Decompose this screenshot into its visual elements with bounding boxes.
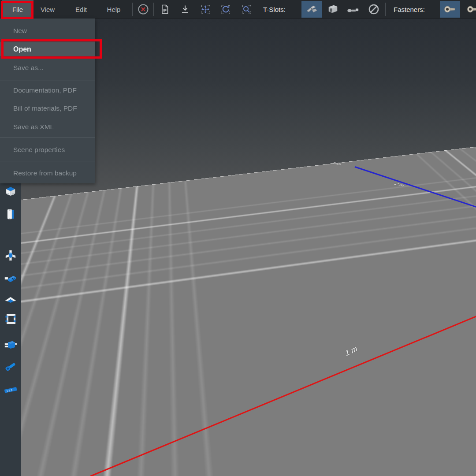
file-menu-scene-properties[interactable]: Scene properties [0,143,95,156]
corner-cube-icon [4,249,18,263]
rotate-view-button[interactable] [217,1,234,18]
cover-profile-icon [4,291,18,305]
button-head-screw-alt-icon [466,3,476,15]
fastener-screw-button[interactable] [440,1,460,18]
sidebar-tool-corner-cube[interactable] [4,249,18,263]
sidebar-tool-end-cap[interactable] [4,184,18,198]
cancel-button[interactable] [135,1,152,18]
bolt-icon [4,360,18,374]
zoom-icon [241,4,252,15]
menubar: File View Edit Help [0,0,476,19]
menu-file[interactable]: File [2,0,33,19]
toolbar-separator [385,3,386,16]
sidebar-tool-profile[interactable] [4,207,18,221]
menu-separator [0,138,95,138]
toolbar-separator [132,3,133,16]
sidebar-tool-multi-connector[interactable] [4,338,18,352]
tslot-slide-button[interactable] [343,1,363,18]
sidebar-tool-frame[interactable] [4,312,18,326]
file-menu-new[interactable]: New [0,24,95,38]
rotate-icon [220,4,231,15]
corner-bracket-part-icon [305,4,318,15]
document-icon [159,4,171,15]
pan-icon [200,4,211,15]
sidebar-tool-angle-bracket[interactable] [4,270,18,284]
file-menu-documentation-pdf[interactable]: Documentation, PDF [0,84,95,97]
angle-bracket-icon [4,270,18,284]
slide-part-icon [346,4,360,15]
pan-view-button[interactable] [197,1,214,18]
tslot-slot-block-button[interactable] [322,1,342,18]
download-icon [179,4,191,15]
file-menu-dropdown: New Open Save as... Documentation, PDF B… [0,19,95,183]
menu-help[interactable]: Help [102,0,125,19]
file-menu-restore-from-backup[interactable]: Restore from backup [0,167,95,180]
menu-view[interactable]: View [36,0,59,19]
zoom-view-button[interactable] [238,1,255,18]
ruler-icon: 1 2 3 [4,383,18,397]
menu-edit[interactable]: Edit [70,0,93,19]
tslots-group-label: T-Slots: [263,0,286,19]
menu-separator [0,81,95,81]
sidebar-tool-cover-profile[interactable] [4,291,18,305]
file-menu-bill-of-materials-pdf[interactable]: Bill of materials, PDF [0,102,95,115]
file-menu-save-as[interactable]: Save as... [0,61,95,75]
end-cap-icon [4,184,18,198]
multi-connector-icon [4,338,18,352]
profile-icon [4,207,18,221]
tslot-corner-bracket-button[interactable] [301,1,322,18]
cancel-icon [138,4,149,15]
no-part-icon [367,4,380,15]
frame-icon [4,312,18,326]
fasteners-group-label: Fasteners: [394,0,425,19]
tslot-designer-app: { "menubar": { "file": "File", "view": "… [0,0,476,476]
file-menu-open[interactable]: Open [0,42,95,56]
file-menu-save-as-xml[interactable]: Save as XML [0,120,95,134]
fastener-screw-alt-button[interactable] [463,1,476,18]
button-head-screw-icon [443,3,457,15]
sidebar-tool-ruler[interactable]: 1 2 3 [4,383,18,397]
download-button[interactable] [177,1,193,18]
menu-separator [0,161,95,161]
tslot-none-button[interactable] [364,1,384,18]
new-document-button[interactable] [156,1,173,18]
sidebar-tool-bolt[interactable] [4,360,18,374]
slot-block-part-icon [326,4,339,15]
toolbar-separator [153,3,154,16]
